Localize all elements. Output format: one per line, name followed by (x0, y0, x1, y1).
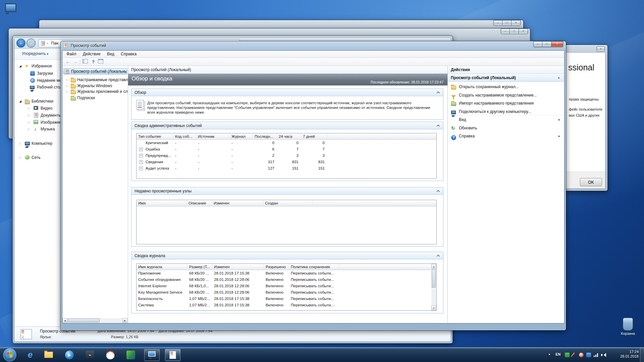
collapse-icon[interactable]: ▲ (557, 74, 560, 82)
tree-item-label[interactable]: Настраиваемые представления (77, 77, 128, 83)
forward-icon[interactable]: → (72, 59, 78, 65)
action-create-custom-view[interactable]: Создать настраиваемое представление... (448, 91, 564, 99)
close-button[interactable]: × (597, 46, 605, 51)
column-header[interactable]: Изменен (212, 264, 264, 270)
tray-icon-3[interactable] (586, 353, 591, 357)
group-header[interactable]: Обзор (131, 89, 443, 96)
expander-icon[interactable]: ▷ (19, 140, 21, 147)
tree-item-label[interactable]: Журналы приложений и служб (77, 88, 128, 95)
close-button[interactable]: × (551, 41, 563, 47)
collapse-chevron-icon[interactable] (437, 92, 440, 95)
tree-item-label[interactable]: Просмотр событий (Локальный) (71, 68, 127, 74)
tray-icon-pen[interactable] (571, 353, 575, 357)
expander-icon[interactable]: ◢ (19, 98, 21, 105)
language-indicator[interactable]: EN (555, 352, 560, 356)
table-row[interactable]: Безопасность 1,07 МБ/2... 28.01.2018 17:… (137, 296, 436, 302)
menu-file[interactable]: Файл (64, 51, 79, 58)
group-header[interactable]: Недавно просмотренные узлы (131, 187, 443, 195)
show-desktop-button[interactable] (640, 348, 644, 362)
clock[interactable]: 17:24 28.01.2018 (612, 350, 639, 358)
expander-icon[interactable]: ▷ (28, 119, 30, 126)
tree-item-app-logs[interactable]: ▷ Журналы приложений и служб (62, 88, 128, 95)
group-header[interactable]: Сводка административных событий (131, 122, 443, 129)
table-row[interactable]: Key Management Service 68 КБ/20 ... 28.0… (137, 289, 436, 296)
taskbar-item-internet-explorer[interactable]: e (23, 349, 37, 361)
taskbar-item-display-app-running[interactable] (144, 349, 160, 361)
taskbar-item-app-1[interactable]: ⌁ (83, 349, 97, 361)
column-header[interactable]: Тип события (137, 133, 173, 140)
tree-item-root[interactable]: Просмотр событий (Локальный) (63, 68, 127, 74)
action-import-custom-view[interactable]: Импорт настраиваемого представления (448, 99, 564, 107)
scrollbar-thumb[interactable] (68, 318, 100, 322)
expander-icon[interactable]: ▷ (28, 105, 30, 112)
maximize-button[interactable]: □ (502, 20, 512, 26)
column-header[interactable]: Разрешено (264, 264, 289, 270)
table-row[interactable]: Internet Explorer 68 КБ/1,0... 28.01.201… (137, 283, 436, 289)
breadcrumb[interactable]: Пан (51, 41, 58, 46)
column-header[interactable]: Источник (196, 133, 230, 140)
desktop-icon-computer[interactable] (5, 3, 20, 19)
collapse-chevron-icon[interactable] (437, 255, 440, 258)
column-header[interactable]: Политика сохранения (289, 264, 339, 270)
minimize-button[interactable]: – (493, 20, 502, 26)
column-header[interactable]: Последн... (253, 133, 277, 140)
column-header[interactable]: Описание (187, 200, 212, 206)
table-vertical-scrollbar[interactable]: ▲ ▼ (431, 264, 436, 310)
action-view[interactable]: Вид ▸ (448, 116, 564, 124)
table-row[interactable]: + Предупрежд... - - - 2 3 3 (137, 153, 436, 159)
scroll-left-button[interactable]: ◀ (62, 318, 67, 323)
table-row[interactable]: + Ошибка - - - 6 7 7 (137, 146, 436, 153)
taskbar-item-explorer[interactable] (42, 349, 55, 361)
column-header[interactable]: Код соб... (173, 133, 196, 140)
expander-icon[interactable]: ▷ (19, 154, 21, 161)
network-icon[interactable] (594, 353, 598, 357)
scroll-right-button[interactable]: ▶ (122, 318, 127, 323)
help-icon[interactable]: ? (90, 59, 97, 65)
expander-icon[interactable]: ▷ (66, 77, 68, 83)
recycle-bin[interactable]: Корзина (615, 318, 641, 341)
expander-icon[interactable]: ◢ (19, 63, 21, 69)
expander-icon[interactable]: ▷ (28, 112, 30, 119)
column-header[interactable]: 24 часа (277, 133, 301, 140)
column-header[interactable]: Имя журнала (137, 264, 187, 270)
tree-horizontal-scrollbar[interactable]: ◀ ▶ (62, 318, 127, 323)
minimize-button[interactable]: – (501, 28, 510, 34)
taskbar-item-app-3[interactable] (124, 349, 138, 361)
expander-icon[interactable]: ▷ (28, 126, 30, 132)
expander-icon[interactable]: ▷ (66, 88, 68, 95)
scrollbar-thumb[interactable] (432, 269, 436, 288)
table-row[interactable]: События оборудования 68 КБ/20 ... 28.01.… (137, 277, 436, 283)
back-button[interactable]: ← (16, 39, 25, 48)
tree-item-subscriptions[interactable]: Подписки (62, 95, 128, 101)
back-icon[interactable]: ← (64, 59, 71, 65)
taskbar-item-media-player[interactable]: ▶ (63, 349, 76, 361)
export-list-icon[interactable] (97, 59, 104, 65)
column-header[interactable]: Журнал (230, 133, 253, 140)
tray-icon-1[interactable] (565, 353, 570, 357)
table-row[interactable]: Система 1,07 МБ/2... 28.01.2018 17:15:38… (137, 302, 436, 308)
table-row[interactable]: Приложение 68 КБ/20 ... 28.01.2018 17:15… (137, 270, 436, 277)
scroll-up-button[interactable]: ▲ (431, 264, 436, 269)
table-row[interactable]: Критический - - - 0 0 0 (137, 140, 436, 146)
tree-item-label[interactable]: Подписки (77, 95, 128, 101)
scroll-down-button[interactable]: ▼ (431, 305, 436, 310)
organize-button[interactable]: Упорядочить ▾ (22, 51, 48, 56)
table-row[interactable]: + Сведения - - - 317 831 831 (137, 159, 436, 165)
column-header[interactable]: Создан (263, 200, 313, 206)
action-connect-to-computer[interactable]: Подключиться к другому компьютеру... (448, 108, 564, 116)
taskbar-item-event-viewer-active[interactable] (165, 349, 180, 361)
tray-icon-2[interactable] (579, 353, 584, 357)
event-viewer-titlebar[interactable]: Просмотр событий (63, 43, 522, 49)
taskbar-item-app-2[interactable] (104, 349, 117, 361)
start-button[interactable] (3, 348, 16, 362)
minimize-button[interactable]: – (533, 41, 542, 47)
maximize-button[interactable]: □ (542, 41, 551, 47)
forward-button[interactable]: → (26, 39, 36, 48)
menu-help[interactable]: Справка (118, 51, 139, 58)
table-row[interactable]: + Аудит успеха - - - 127 151 151 (137, 165, 436, 172)
close-button[interactable]: × (519, 28, 528, 34)
menu-action[interactable]: Действие (80, 51, 103, 58)
column-header[interactable]: 7 дней (301, 133, 327, 140)
column-header[interactable]: Размер (Т... (187, 264, 212, 270)
close-button[interactable]: × (512, 20, 521, 26)
